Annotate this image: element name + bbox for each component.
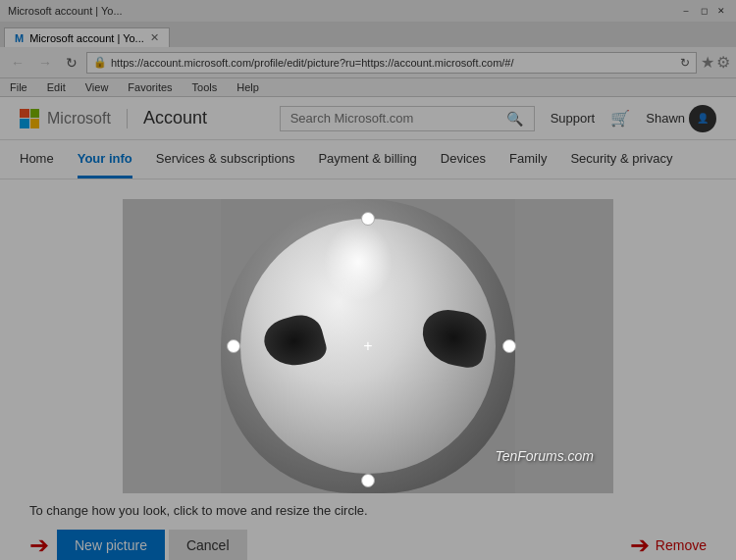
tab-family[interactable]: Family	[509, 141, 547, 178]
nav-bar: ← → ↻ 🔒 ↻ ★ ⚙	[0, 47, 736, 78]
settings-icon[interactable]: ⚙	[716, 53, 730, 72]
search-input[interactable]	[290, 111, 506, 126]
crosshair-icon: +	[363, 337, 372, 355]
window-title: Microsoft account | Yo...	[8, 5, 123, 17]
avatar: 👤	[689, 105, 716, 132]
handle-bottom[interactable]	[361, 474, 375, 487]
tab-favicon-icon: M	[15, 32, 24, 44]
title-bar-left: Microsoft account | Yo...	[8, 5, 123, 17]
user-name: Shawn	[646, 111, 685, 126]
instruction-text: To change how you look, click to move an…	[29, 503, 716, 518]
refresh-small-icon: ↻	[680, 56, 690, 70]
ms-logo: Microsoft	[20, 109, 111, 128]
tab-services-subscriptions[interactable]: Services & subscriptions	[156, 141, 295, 178]
logo-sq-red	[20, 109, 29, 119]
header-divider	[127, 109, 128, 128]
file-menu[interactable]: File	[6, 80, 31, 94]
ms-account-title: Account	[143, 108, 207, 128]
image-editor[interactable]: + TenForums.com	[123, 199, 613, 493]
search-icon[interactable]: 🔍	[506, 111, 523, 127]
handle-top[interactable]	[361, 212, 375, 226]
logo-sq-blue	[20, 119, 29, 128]
refresh-button[interactable]: ↻	[61, 53, 82, 73]
ms-logo-icon	[20, 109, 39, 128]
minimize-button[interactable]: –	[679, 4, 693, 18]
image-editor-container: + TenForums.com	[20, 199, 716, 493]
star-icons: ★ ⚙	[701, 53, 730, 72]
arrow-right-icon: ➔	[630, 532, 650, 559]
tab-security-privacy[interactable]: Security & privacy	[570, 141, 672, 178]
tab-payment-billing[interactable]: Payment & billing	[318, 141, 416, 178]
browser-tab[interactable]: M Microsoft account | Yo... ✕	[4, 27, 170, 47]
window-controls[interactable]: – ◻ ✕	[679, 4, 728, 18]
tab-home[interactable]: Home	[20, 141, 54, 178]
remove-link[interactable]: Remove	[656, 537, 707, 553]
cart-icon[interactable]: 🛒	[610, 109, 630, 127]
ms-search-box[interactable]: 🔍	[280, 106, 535, 131]
ms-user[interactable]: Shawn 👤	[646, 105, 716, 132]
tab-your-info[interactable]: Your info	[78, 141, 132, 178]
buttons-row: ➔ New picture Cancel ➔ Remove	[20, 530, 716, 560]
close-button[interactable]: ✕	[714, 4, 728, 18]
tab-bar: M Microsoft account | Yo... ✕	[0, 22, 736, 47]
circle-crop-overlay[interactable]: +	[240, 219, 496, 474]
logo-sq-green	[30, 109, 40, 119]
ms-nav-right: Support 🛒 Shawn 👤	[551, 105, 716, 132]
new-picture-button[interactable]: New picture	[57, 530, 165, 560]
support-link[interactable]: Support	[551, 111, 596, 126]
arrow-left-icon: ➔	[29, 532, 49, 559]
tools-menu[interactable]: Tools	[188, 80, 222, 94]
forward-button[interactable]: →	[33, 53, 57, 73]
tab-close-icon[interactable]: ✕	[150, 31, 159, 44]
address-icons: ↻	[680, 56, 690, 70]
handle-left[interactable]	[227, 339, 240, 353]
logo-sq-yellow	[30, 119, 40, 128]
tab-devices[interactable]: Devices	[441, 141, 486, 178]
avatar-image: 👤	[697, 113, 709, 124]
ms-nav-tabs: Home Your info Services & subscriptions …	[0, 140, 736, 179]
gray-strip-left	[123, 199, 221, 493]
address-input[interactable]	[111, 57, 676, 69]
favorites-menu[interactable]: Favorites	[124, 80, 176, 94]
title-bar: Microsoft account | Yo... – ◻ ✕	[0, 0, 736, 22]
favorites-icon[interactable]: ★	[701, 53, 714, 72]
view-menu[interactable]: View	[81, 80, 113, 94]
menu-bar: File Edit View Favorites Tools Help	[0, 78, 736, 97]
ms-main: + TenForums.com To change how you look, …	[0, 179, 736, 560]
watermark-text: TenForums.com	[495, 448, 594, 464]
ms-logo-text: Microsoft	[47, 110, 111, 127]
remove-section: ➔ Remove	[630, 532, 707, 559]
help-menu[interactable]: Help	[233, 80, 263, 94]
lock-icon: 🔒	[93, 56, 107, 69]
handle-right[interactable]	[502, 339, 516, 353]
edit-menu[interactable]: Edit	[43, 80, 70, 94]
cancel-button[interactable]: Cancel	[169, 530, 247, 560]
browser-window: Microsoft account | Yo... – ◻ ✕ M Micros…	[0, 0, 736, 560]
ms-header: Microsoft Account 🔍 Support 🛒 Shawn 👤	[0, 97, 736, 140]
restore-button[interactable]: ◻	[697, 4, 710, 18]
back-button[interactable]: ←	[6, 53, 29, 73]
tab-title: Microsoft account | Yo...	[29, 32, 144, 44]
address-bar[interactable]: 🔒 ↻	[86, 52, 697, 74]
